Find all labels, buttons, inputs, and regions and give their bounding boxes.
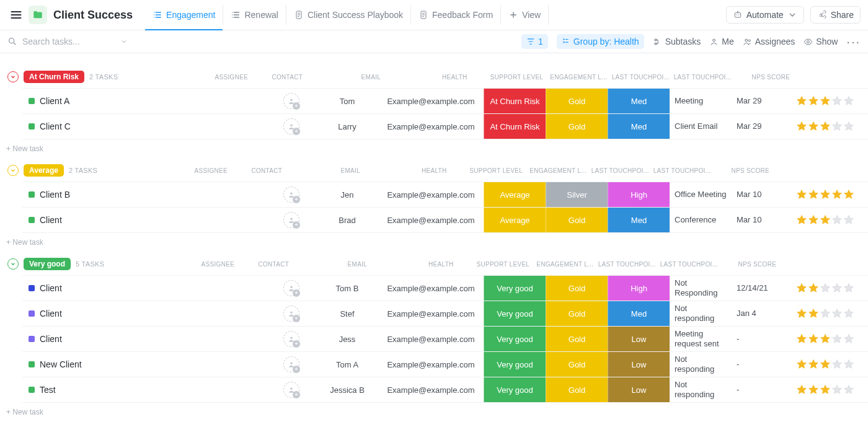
support-cell[interactable]: Gold [546,114,608,139]
task-name[interactable]: New Client [37,359,267,369]
task-name[interactable]: Client C [37,121,267,131]
engagement-cell[interactable]: High [608,182,670,207]
table-row[interactable]: Client C Larry Example@example.com At Ch… [22,113,868,139]
nps-stars[interactable] [794,189,868,200]
status-dot[interactable] [29,217,35,223]
support-cell[interactable]: Gold [546,377,608,402]
table-row[interactable]: Client Tom B Example@example.com Very go… [22,275,868,301]
nps-stars[interactable] [794,283,868,294]
tab-feedback-form[interactable]: Feedback Form [411,5,501,25]
engagement-cell[interactable]: Med [608,114,670,139]
nps-stars[interactable] [794,95,868,107]
status-dot[interactable] [29,98,35,104]
tab-renewal[interactable]: Renewal [223,5,286,25]
assignee-cell[interactable] [267,187,316,203]
task-name[interactable]: Client B [37,190,267,200]
engagement-cell[interactable]: Low [608,352,670,377]
assignee-cell[interactable] [267,382,316,398]
nps-stars[interactable] [794,333,868,345]
health-cell[interactable]: Very good [484,352,546,377]
table-row[interactable]: Client B Jen Example@example.com Average… [22,182,868,207]
task-name[interactable]: Client [37,215,267,225]
task-name[interactable]: Test [37,385,267,395]
task-name[interactable]: Client [37,283,267,293]
table-row[interactable]: Client A Tom Example@example.com At Chur… [22,88,868,113]
assignee-cell[interactable] [267,305,316,322]
svg-point-21 [290,388,293,390]
nps-stars[interactable] [794,384,868,395]
tab-engagement[interactable]: Engagement [145,5,223,25]
engagement-cell[interactable]: Low [608,377,670,402]
health-cell[interactable]: At Churn Risk [484,89,546,113]
health-cell[interactable]: Average [484,208,546,232]
nps-stars[interactable] [794,121,868,132]
assignee-cell[interactable] [267,212,316,228]
chevron-down-icon[interactable] [120,38,128,45]
group-badge[interactable]: Average [24,164,64,177]
engagement-cell[interactable]: Med [608,89,670,113]
table-row[interactable]: New Client Tom A Example@example.com Ver… [22,351,868,377]
support-cell[interactable]: Gold [546,89,608,113]
assignee-cell[interactable] [267,93,316,109]
engagement-cell[interactable]: Med [608,301,670,326]
nps-stars[interactable] [794,359,868,370]
table-row[interactable]: Test Jessica B Example@example.com Very … [22,377,868,403]
collapse-button[interactable] [7,165,19,176]
health-cell[interactable]: Very good [484,276,546,301]
tab-client-success-playbook[interactable]: Client Success Playbook [286,5,411,25]
assignee-cell[interactable] [267,331,316,347]
new-task-button[interactable]: + New task [0,233,868,247]
filter-button[interactable]: 1 [521,34,548,49]
engagement-cell[interactable]: Low [608,327,670,351]
health-cell[interactable]: At Churn Risk [484,114,546,139]
automate-button[interactable]: Automate [726,6,804,24]
support-cell[interactable]: Gold [546,301,608,326]
me-button[interactable]: Me [709,37,733,46]
engagement-cell[interactable]: Med [608,208,670,232]
status-dot[interactable] [29,336,35,342]
show-button[interactable]: Show [804,37,838,46]
nps-stars[interactable] [794,308,868,319]
group-badge[interactable]: At Churn Risk [24,71,84,83]
groupby-button[interactable]: Group by: Health [557,34,644,49]
status-dot[interactable] [29,361,35,367]
task-name[interactable]: Client A [37,96,267,106]
nps-stars[interactable] [794,214,868,226]
share-button[interactable]: Share [810,6,861,24]
task-name[interactable]: Client [37,334,267,344]
collapse-button[interactable] [7,71,19,82]
assignee-cell[interactable] [267,280,316,296]
assignee-cell[interactable] [267,118,316,134]
status-dot[interactable] [29,387,35,393]
health-cell[interactable]: Very good [484,327,546,351]
health-cell[interactable]: Very good [484,301,546,326]
status-dot[interactable] [29,123,35,130]
health-cell[interactable]: Very good [484,377,546,402]
status-dot[interactable] [29,191,35,198]
new-task-button[interactable]: + New task [0,403,868,416]
table-row[interactable]: Client Brad Example@example.com Average … [22,207,868,233]
support-cell[interactable]: Gold [546,327,608,351]
hamburger-button[interactable] [7,6,25,24]
support-cell[interactable]: Gold [546,276,608,301]
assignee-cell[interactable] [267,356,316,372]
add-view-button[interactable]: View [501,5,549,25]
status-dot[interactable] [29,310,35,317]
table-row[interactable]: Client Jess Example@example.com Very goo… [22,326,868,351]
more-button[interactable]: ··· [846,35,861,49]
new-task-button[interactable]: + New task [0,139,868,153]
group-badge[interactable]: Very good [24,258,71,270]
support-cell[interactable]: Gold [546,352,608,377]
support-cell[interactable]: Gold [546,208,608,232]
table-row[interactable]: Client Stef Example@example.com Very goo… [22,301,868,326]
support-cell[interactable]: Silver [546,182,608,207]
search-input[interactable] [22,37,115,46]
subtasks-button[interactable]: Subtasks [653,37,701,46]
assignees-button[interactable]: Assignees [743,37,795,46]
task-name[interactable]: Client [37,309,267,319]
collapse-button[interactable] [7,258,19,270]
star-icon [820,333,831,345]
status-dot[interactable] [29,285,35,291]
health-cell[interactable]: Average [484,182,546,207]
engagement-cell[interactable]: High [608,276,670,301]
